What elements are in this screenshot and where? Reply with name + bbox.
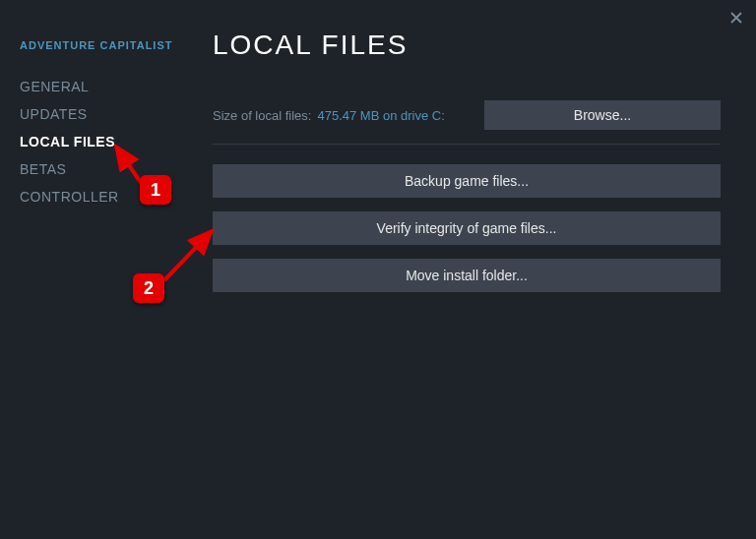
annotation-badge-2-label: 2 (144, 278, 154, 299)
game-title: ADVENTURE CAPITALIST (20, 39, 177, 51)
size-label: Size of local files: (213, 108, 311, 123)
sidebar-item-general[interactable]: GENERAL (20, 73, 177, 100)
size-value: 475.47 MB on drive C: (317, 108, 444, 123)
size-row: Size of local files: 475.47 MB on drive … (213, 100, 721, 130)
sidebar: ADVENTURE CAPITALIST GENERAL UPDATES LOC… (0, 0, 197, 539)
page-title: LOCAL FILES (213, 30, 721, 61)
sidebar-item-local-files[interactable]: LOCAL FILES (20, 128, 177, 155)
close-icon (730, 12, 742, 24)
main-panel: LOCAL FILES Size of local files: 475.47 … (197, 0, 756, 539)
move-button[interactable]: Move install folder... (213, 259, 721, 292)
divider (213, 144, 721, 145)
browse-button[interactable]: Browse... (484, 100, 721, 130)
sidebar-item-updates[interactable]: UPDATES (20, 100, 177, 128)
properties-window: ADVENTURE CAPITALIST GENERAL UPDATES LOC… (0, 0, 756, 539)
annotation-badge-1-label: 1 (151, 180, 160, 201)
annotation-badge-2: 2 (133, 273, 164, 303)
close-button[interactable] (726, 8, 746, 28)
annotation-badge-1: 1 (140, 175, 171, 205)
verify-button[interactable]: Verify integrity of game files... (213, 211, 721, 245)
backup-button[interactable]: Backup game files... (213, 164, 721, 198)
